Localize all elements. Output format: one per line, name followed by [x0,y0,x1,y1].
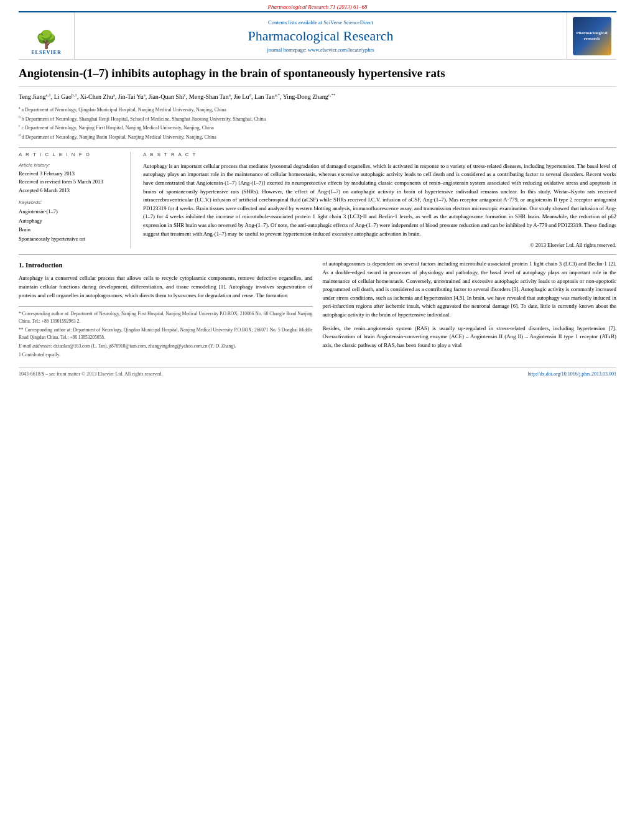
citation-bar: Pharmacological Research 71 (2013) 61–68 [0,0,635,11]
affiliations: a a Department of Neurology, Qingdao Mun… [19,105,616,141]
accepted-date: Accepted 6 March 2013 [19,187,121,195]
intro-para2: of autophagosomes is dependent on severa… [323,260,617,319]
sup-b1: b,1 [72,93,77,98]
keyword-4: Spontaneously hypertensive rat [19,234,121,243]
article-info-col: A R T I C L E I N F O Article history: R… [19,152,131,249]
abstract-text: Autophagy is an important cellular proce… [143,162,616,239]
body-two-col: 1. Introduction Autophagy is a conserved… [19,260,616,360]
intro-title: 1. Introduction [19,260,313,270]
keyword-1: Angiotensin-(1–7) [19,207,121,216]
sup-d: d [249,93,251,98]
sciverse-line: Contents lists available at SciVerse Sci… [268,19,373,25]
page-wrapper: Pharmacological Research 71 (2013) 61–68… [0,0,635,377]
body-col-right: of autophagosomes is dependent on severa… [323,260,617,360]
sciverse-prefix: Contents lists available at [268,19,323,25]
received-date: Received 3 February 2013 [19,170,121,178]
sup-c: c [184,93,186,98]
sup-a4: a [229,93,231,98]
abstract-copyright: © 2013 Elsevier Ltd. All rights reserved… [143,242,616,248]
article-content: Angiotensin-(1–7) inhibits autophagy in … [19,60,616,377]
emails: dr.tanlan@163.com (L. Tan), jt870918@tam… [53,343,236,349]
intro-para3-text: Besides, the renin–angiotensin system (R… [323,325,617,348]
revised-date: Received in revised form 5 March 2013 [19,178,121,187]
journal-middle: Contents lists available at SciVerse Sci… [75,12,567,59]
intro-section-label: Introduction [25,261,63,269]
issn-text: 1043-6618/$ – see front matter © 2013 El… [19,371,163,377]
sup-a2: a [113,93,115,98]
email-label: E-mail addresses: [19,343,52,349]
intro-para1-text: Autophagy is a conserved cellular proces… [19,275,313,298]
journal-title-header: Pharmacological Research [248,28,394,44]
divider-1 [19,147,616,148]
article-info-abstract: A R T I C L E I N F O Article history: R… [19,152,616,249]
footnote-corresponding1: * Corresponding author at: Department of… [19,310,313,325]
homepage-link[interactable]: www.elsevier.com/locate/yphrs [308,47,374,53]
bottom-bar: 1043-6618/$ – see front matter © 2013 El… [19,367,616,377]
elsevier-img: 🌳 [25,16,68,48]
journal-logo-right: Pharmacologicalresearch [567,12,616,59]
citation-text: Pharmacological Research 71 (2013) 61–68 [267,4,367,10]
keywords-label: Keywords: [19,200,121,205]
elsevier-logo: 🌳 ELSEVIER [19,12,75,59]
keyword-2: Autophagy [19,216,121,225]
sup-a1: a,1 [45,93,50,98]
body-col-left: 1. Introduction Autophagy is a conserved… [19,260,313,360]
sciverse-link[interactable]: SciVerse ScienceDirect [323,19,373,25]
intro-para3: Besides, the renin–angiotensin system (R… [323,325,617,350]
journal-homepage: journal homepage: www.elsevier.com/locat… [267,47,374,53]
journal-logo-box: Pharmacologicalresearch [573,17,611,55]
history-label: Article history: [19,162,121,168]
affil-d: d d Department of Neurology, Nanjing Bra… [19,132,616,141]
authors-line: Teng Jianga,1, Li Gaob,1, Xi-Chen Zhua, … [19,92,616,101]
sup-a-star: a,* [275,93,280,98]
elsevier-label: ELSEVIER [31,50,61,55]
footnote-email: E-mail addresses: dr.tanlan@163.com (L. … [19,343,313,350]
sup-c-star: c,** [328,93,336,98]
footnote-corresponding2: ** Corresponding author at: Department o… [19,326,313,341]
article-info-heading: A R T I C L E I N F O [19,152,121,157]
body-section: 1. Introduction Autophagy is a conserved… [19,254,616,360]
journal-header: 🌳 ELSEVIER Contents lists available at S… [19,11,616,60]
article-title: Angiotensin-(1–7) inhibits autophagy in … [19,66,616,87]
homepage-prefix: journal homepage: [267,47,308,53]
affil-a: a a Department of Neurology, Qingdao Mun… [19,105,616,114]
keyword-3: Brain [19,225,121,234]
intro-para1: Autophagy is a conserved cellular proces… [19,274,313,300]
doi-link[interactable]: http://dx.doi.org/10.1016/j.phrs.2013.03… [528,371,616,377]
footnote-contributed: 1 Contributed equally. [19,351,313,359]
abstract-col: A B S T R A C T Autophagy is an importan… [143,152,616,249]
intro-section-num: 1. [19,261,24,269]
logo-title: Pharmacologicalresearch [576,30,607,41]
abstract-heading: A B S T R A C T [143,152,616,157]
affil-b: b b Department of Neurology, Shanghai Re… [19,114,616,123]
sup-a3: a [144,93,146,98]
footnotes: * Corresponding author at: Department of… [19,306,313,359]
intro-para2-text: of autophagosomes is dependent on severa… [323,261,617,318]
affil-c: c c Department of Neurology, Nanjing Fir… [19,123,616,132]
elsevier-tree-icon: 🌳 [35,31,57,48]
